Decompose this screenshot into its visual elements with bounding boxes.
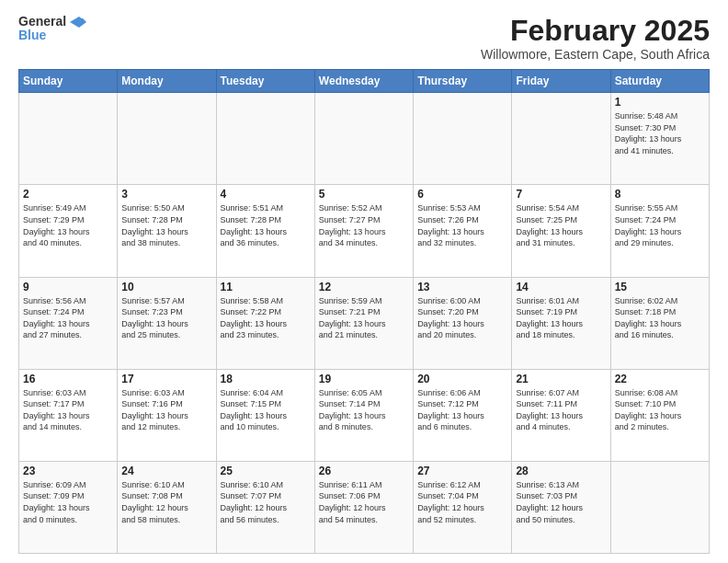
day-info-13: Sunrise: 6:00 AM Sunset: 7:20 PM Dayligh… bbox=[417, 295, 507, 341]
day-number-1: 1 bbox=[615, 96, 705, 109]
day-cell-12: 12Sunrise: 5:59 AM Sunset: 7:21 PM Dayli… bbox=[314, 277, 413, 369]
day-number-14: 14 bbox=[516, 281, 606, 293]
day-cell-18: 18Sunrise: 6:04 AM Sunset: 7:15 PM Dayli… bbox=[216, 369, 314, 461]
week-row-4: 23Sunrise: 6:09 AM Sunset: 7:09 PM Dayli… bbox=[19, 461, 710, 553]
week-row-3: 16Sunrise: 6:03 AM Sunset: 7:17 PM Dayli… bbox=[19, 369, 710, 461]
day-info-15: Sunrise: 6:02 AM Sunset: 7:18 PM Dayligh… bbox=[615, 295, 705, 341]
header-wednesday: Wednesday bbox=[314, 70, 413, 93]
day-info-8: Sunrise: 5:55 AM Sunset: 7:24 PM Dayligh… bbox=[615, 202, 705, 248]
day-info-4: Sunrise: 5:51 AM Sunset: 7:28 PM Dayligh… bbox=[221, 202, 311, 248]
title-area: February 2025 Willowmore, Eastern Cape, … bbox=[481, 15, 710, 62]
day-cell-23: 23Sunrise: 6:09 AM Sunset: 7:09 PM Dayli… bbox=[19, 461, 118, 553]
day-number-19: 19 bbox=[319, 373, 409, 385]
day-cell-5: 5Sunrise: 5:52 AM Sunset: 7:27 PM Daylig… bbox=[314, 185, 413, 277]
header-thursday: Thursday bbox=[414, 70, 512, 93]
day-cell-2: 2Sunrise: 5:49 AM Sunset: 7:29 PM Daylig… bbox=[19, 185, 118, 277]
day-info-28: Sunrise: 6:13 AM Sunset: 7:03 PM Dayligh… bbox=[516, 479, 606, 525]
day-number-3: 3 bbox=[121, 188, 211, 201]
header-monday: Monday bbox=[118, 70, 216, 93]
empty-cell bbox=[118, 93, 216, 185]
day-info-2: Sunrise: 5:49 AM Sunset: 7:29 PM Dayligh… bbox=[23, 202, 113, 248]
day-number-2: 2 bbox=[23, 188, 113, 201]
empty-cell bbox=[414, 93, 512, 185]
day-info-27: Sunrise: 6:12 AM Sunset: 7:04 PM Dayligh… bbox=[417, 479, 507, 525]
day-info-17: Sunrise: 6:03 AM Sunset: 7:16 PM Dayligh… bbox=[121, 387, 211, 433]
day-cell-27: 27Sunrise: 6:12 AM Sunset: 7:04 PM Dayli… bbox=[414, 461, 512, 553]
day-info-26: Sunrise: 6:11 AM Sunset: 7:06 PM Dayligh… bbox=[319, 479, 409, 525]
day-cell-16: 16Sunrise: 6:03 AM Sunset: 7:17 PM Dayli… bbox=[19, 369, 118, 461]
day-number-6: 6 bbox=[417, 188, 507, 201]
day-info-14: Sunrise: 6:01 AM Sunset: 7:19 PM Dayligh… bbox=[516, 295, 606, 341]
day-info-18: Sunrise: 6:04 AM Sunset: 7:15 PM Dayligh… bbox=[221, 387, 311, 433]
day-number-16: 16 bbox=[23, 373, 113, 385]
day-info-9: Sunrise: 5:56 AM Sunset: 7:24 PM Dayligh… bbox=[23, 295, 113, 341]
day-info-25: Sunrise: 6:10 AM Sunset: 7:07 PM Dayligh… bbox=[221, 479, 311, 525]
day-cell-24: 24Sunrise: 6:10 AM Sunset: 7:08 PM Dayli… bbox=[118, 461, 216, 553]
day-cell-26: 26Sunrise: 6:11 AM Sunset: 7:06 PM Dayli… bbox=[314, 461, 413, 553]
day-number-11: 11 bbox=[221, 281, 311, 293]
day-cell-15: 15Sunrise: 6:02 AM Sunset: 7:18 PM Dayli… bbox=[610, 277, 709, 369]
day-number-17: 17 bbox=[121, 373, 211, 385]
day-number-25: 25 bbox=[221, 465, 311, 477]
empty-cell bbox=[19, 93, 118, 185]
day-number-8: 8 bbox=[615, 188, 705, 201]
header-friday: Friday bbox=[512, 70, 610, 93]
empty-cell bbox=[216, 93, 314, 185]
day-info-3: Sunrise: 5:50 AM Sunset: 7:28 PM Dayligh… bbox=[121, 202, 211, 248]
day-number-28: 28 bbox=[516, 465, 606, 477]
day-number-26: 26 bbox=[319, 465, 409, 477]
day-number-10: 10 bbox=[121, 281, 211, 293]
day-info-21: Sunrise: 6:07 AM Sunset: 7:11 PM Dayligh… bbox=[516, 387, 606, 433]
day-info-24: Sunrise: 6:10 AM Sunset: 7:08 PM Dayligh… bbox=[121, 479, 211, 525]
day-cell-6: 6Sunrise: 5:53 AM Sunset: 7:26 PM Daylig… bbox=[414, 185, 512, 277]
day-cell-19: 19Sunrise: 6:05 AM Sunset: 7:14 PM Dayli… bbox=[314, 369, 413, 461]
day-number-9: 9 bbox=[23, 281, 113, 293]
day-cell-21: 21Sunrise: 6:07 AM Sunset: 7:11 PM Dayli… bbox=[512, 369, 610, 461]
header: General Blue February 2025 Willowmore, E… bbox=[18, 15, 710, 62]
day-number-24: 24 bbox=[121, 465, 211, 477]
day-info-12: Sunrise: 5:59 AM Sunset: 7:21 PM Dayligh… bbox=[319, 295, 409, 341]
day-info-10: Sunrise: 5:57 AM Sunset: 7:23 PM Dayligh… bbox=[121, 295, 211, 341]
day-info-6: Sunrise: 5:53 AM Sunset: 7:26 PM Dayligh… bbox=[417, 202, 507, 248]
day-cell-11: 11Sunrise: 5:58 AM Sunset: 7:22 PM Dayli… bbox=[216, 277, 314, 369]
week-row-1: 2Sunrise: 5:49 AM Sunset: 7:29 PM Daylig… bbox=[19, 185, 710, 277]
day-info-20: Sunrise: 6:06 AM Sunset: 7:12 PM Dayligh… bbox=[417, 387, 507, 433]
day-cell-3: 3Sunrise: 5:50 AM Sunset: 7:28 PM Daylig… bbox=[118, 185, 216, 277]
day-number-20: 20 bbox=[417, 373, 507, 385]
day-cell-1: 1Sunrise: 5:48 AM Sunset: 7:30 PM Daylig… bbox=[610, 93, 709, 185]
day-cell-8: 8Sunrise: 5:55 AM Sunset: 7:24 PM Daylig… bbox=[610, 185, 709, 277]
day-info-16: Sunrise: 6:03 AM Sunset: 7:17 PM Dayligh… bbox=[23, 387, 113, 433]
day-number-15: 15 bbox=[615, 281, 705, 293]
day-cell-10: 10Sunrise: 5:57 AM Sunset: 7:23 PM Dayli… bbox=[118, 277, 216, 369]
header-saturday: Saturday bbox=[610, 70, 709, 93]
day-cell-20: 20Sunrise: 6:06 AM Sunset: 7:12 PM Dayli… bbox=[414, 369, 512, 461]
empty-cell bbox=[610, 461, 709, 553]
day-cell-13: 13Sunrise: 6:00 AM Sunset: 7:20 PM Dayli… bbox=[414, 277, 512, 369]
calendar-table: SundayMondayTuesdayWednesdayThursdayFrid… bbox=[18, 69, 710, 554]
svg-marker-0 bbox=[70, 17, 86, 28]
day-number-12: 12 bbox=[319, 281, 409, 293]
week-row-2: 9Sunrise: 5:56 AM Sunset: 7:24 PM Daylig… bbox=[19, 277, 710, 369]
page: General Blue February 2025 Willowmore, E… bbox=[0, 0, 728, 563]
logo: General Blue bbox=[18, 15, 86, 43]
day-number-23: 23 bbox=[23, 465, 113, 477]
day-cell-22: 22Sunrise: 6:08 AM Sunset: 7:10 PM Dayli… bbox=[610, 369, 709, 461]
calendar-header-row: SundayMondayTuesdayWednesdayThursdayFrid… bbox=[19, 70, 710, 93]
day-cell-14: 14Sunrise: 6:01 AM Sunset: 7:19 PM Dayli… bbox=[512, 277, 610, 369]
day-number-5: 5 bbox=[319, 188, 409, 201]
day-cell-25: 25Sunrise: 6:10 AM Sunset: 7:07 PM Dayli… bbox=[216, 461, 314, 553]
day-info-7: Sunrise: 5:54 AM Sunset: 7:25 PM Dayligh… bbox=[516, 202, 606, 248]
day-info-23: Sunrise: 6:09 AM Sunset: 7:09 PM Dayligh… bbox=[23, 479, 113, 525]
subtitle: Willowmore, Eastern Cape, South Africa bbox=[481, 47, 710, 62]
day-number-18: 18 bbox=[221, 373, 311, 385]
day-info-1: Sunrise: 5:48 AM Sunset: 7:30 PM Dayligh… bbox=[615, 110, 705, 156]
day-info-22: Sunrise: 6:08 AM Sunset: 7:10 PM Dayligh… bbox=[615, 387, 705, 433]
day-number-27: 27 bbox=[417, 465, 507, 477]
day-number-22: 22 bbox=[615, 373, 705, 385]
day-info-11: Sunrise: 5:58 AM Sunset: 7:22 PM Dayligh… bbox=[221, 295, 311, 341]
empty-cell bbox=[314, 93, 413, 185]
day-cell-17: 17Sunrise: 6:03 AM Sunset: 7:16 PM Dayli… bbox=[118, 369, 216, 461]
day-info-5: Sunrise: 5:52 AM Sunset: 7:27 PM Dayligh… bbox=[319, 202, 409, 248]
week-row-0: 1Sunrise: 5:48 AM Sunset: 7:30 PM Daylig… bbox=[19, 93, 710, 185]
day-cell-28: 28Sunrise: 6:13 AM Sunset: 7:03 PM Dayli… bbox=[512, 461, 610, 553]
